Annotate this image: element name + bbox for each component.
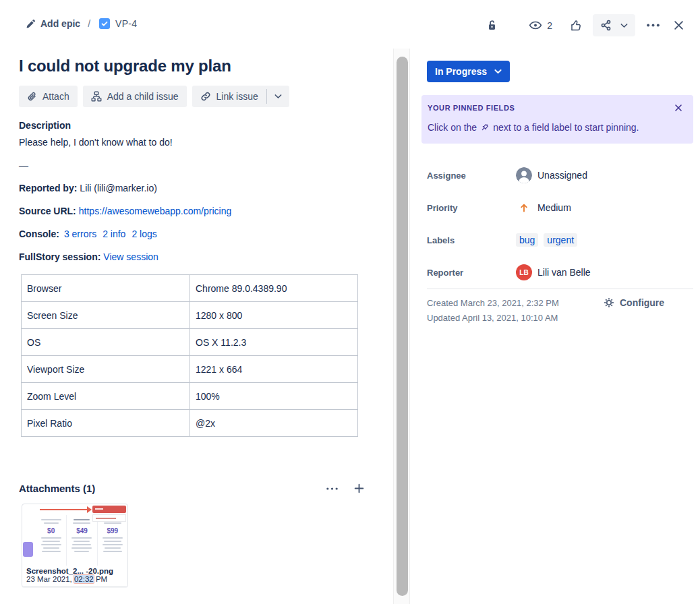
attachment-thumbnail[interactable]: $0 $49 $99 Screenshot_2... -20.png 23 Ma… (22, 504, 128, 587)
configure-button[interactable]: Configure (604, 297, 664, 308)
breadcrumb-separator: / (88, 18, 90, 29)
link-issue-button[interactable]: Link issue (192, 86, 266, 107)
reporter-value[interactable]: LB Lili van Belle (516, 264, 591, 280)
console-logs-link[interactable]: 2 logs (132, 229, 156, 239)
reported-by-value: Lili (lili@marker.io) (80, 183, 157, 193)
label-chip-bug[interactable]: bug (516, 233, 538, 247)
add-child-issue-label: Add a child issue (107, 91, 179, 102)
unassigned-avatar-icon (516, 167, 532, 183)
breadcrumb: Add epic / VP-4 (26, 18, 137, 29)
table-cell-key: OS (22, 329, 190, 356)
reporter-name: Lili van Belle (537, 267, 591, 278)
watchers-count: 2 (547, 20, 552, 31)
table-row: Zoom Level100% (22, 383, 358, 410)
scrollbar-track[interactable] (393, 49, 410, 604)
status-dropdown-button[interactable]: In Progress (427, 61, 510, 82)
source-url-link[interactable]: https://awesomewebapp.com/pricing (79, 206, 231, 216)
issue-fields: Assignee Unassigned Priority Medium Labe… (427, 159, 693, 289)
console-errors-link[interactable]: 3 errors (64, 229, 96, 239)
attachments-add-button[interactable] (351, 480, 368, 497)
more-actions-button[interactable] (643, 20, 663, 30)
source-url-line: Source URL:https://awesomewebapp.com/pri… (19, 206, 363, 217)
assignee-value[interactable]: Unassigned (516, 167, 587, 183)
pencil-icon (26, 19, 36, 29)
share-chevron-down-icon[interactable] (620, 23, 628, 28)
status-label: In Progress (435, 66, 487, 77)
fullstory-line: FullStory session:View session (19, 251, 363, 263)
configure-label: Configure (620, 297, 664, 308)
preview-dropdown (92, 514, 126, 522)
link-icon (200, 91, 211, 102)
description-section: Description Please help, I don't know wh… (19, 120, 363, 437)
created-timestamp: Created March 23, 2021, 2:32 PM (427, 296, 559, 311)
label-chip-urgent[interactable]: urgent (544, 233, 577, 247)
watchers-button[interactable]: 2 (526, 17, 555, 34)
table-cell-value: 100% (190, 383, 358, 410)
link-issue-label: Link issue (216, 91, 258, 102)
attachments-header: Attachments (1) (19, 480, 368, 497)
attachment-caption: Screenshot_2... -20.png 23 Mar 2021, 02:… (22, 566, 127, 586)
table-cell-value: 1280 x 800 (190, 302, 358, 329)
table-cell-key: Pixel Ratio (22, 410, 190, 437)
table-row: Viewport Size1221 x 664 (22, 356, 358, 383)
add-child-issue-button[interactable]: Add a child issue (83, 86, 187, 107)
description-separator: — (19, 160, 363, 171)
attachments-actions (323, 480, 368, 497)
thumbs-up-icon (570, 20, 582, 32)
share-button[interactable] (593, 14, 635, 36)
plus-icon (353, 483, 365, 494)
table-cell-key: Browser (22, 275, 190, 302)
table-cell-key: Viewport Size (22, 356, 190, 383)
ellipsis-icon (646, 23, 660, 28)
add-epic-label: Add epic (40, 18, 80, 29)
unlock-icon (486, 20, 498, 31)
pinned-fields-panel: YOUR PINNED FIELDS Click on the next to … (421, 95, 693, 144)
table-cell-value: 1221 x 664 (190, 356, 358, 383)
priority-value[interactable]: Medium (516, 202, 571, 213)
console-info-link[interactable]: 2 info (103, 229, 125, 239)
labels-value: bug urgent (516, 233, 577, 247)
pin-icon (480, 123, 490, 132)
attachments-more-button[interactable] (323, 484, 341, 493)
add-epic-button[interactable]: Add epic (26, 18, 80, 29)
restrictions-button[interactable] (484, 17, 500, 34)
fullstory-link[interactable]: View session (103, 251, 158, 262)
table-cell-value: OS X 11.2.3 (190, 329, 358, 356)
issue-title: I could not upgrade my plan (19, 57, 231, 76)
field-row-reporter: Reporter LB Lili van Belle (427, 256, 693, 289)
gear-icon (604, 297, 614, 308)
table-row: Pixel Ratio@2x (22, 410, 358, 437)
preview-price: $49 (76, 527, 88, 535)
reporter-avatar: LB (516, 264, 532, 280)
link-issue-chevron-button[interactable] (267, 86, 289, 107)
scrollbar-thumb[interactable] (397, 57, 408, 596)
issue-meta: Created March 23, 2021, 2:32 PM Updated … (427, 296, 559, 326)
pinned-fields-close-button[interactable] (674, 104, 682, 112)
like-button[interactable] (567, 17, 585, 34)
labels-label: Labels (427, 235, 516, 245)
attach-button[interactable]: Attach (19, 86, 78, 107)
table-cell-key: Screen Size (22, 302, 190, 329)
attachment-time-highlight: 02:32 (74, 575, 94, 583)
attachment-file-date: 23 Mar 2021, 02:32 PM (26, 575, 123, 583)
ellipsis-icon (326, 487, 339, 491)
preview-arrow (40, 509, 88, 510)
reported-by-line: Reported by:Lili (lili@marker.io) (19, 183, 363, 194)
console-line: Console:3 errors2 info2 logs (19, 229, 363, 240)
table-row: OSOS X 11.2.3 (22, 329, 358, 356)
pinned-fields-heading: YOUR PINNED FIELDS (428, 104, 515, 112)
eye-icon (529, 20, 542, 31)
updated-timestamp: Updated April 13, 2021, 10:10 AM (427, 311, 559, 326)
reported-by-label: Reported by: (19, 183, 77, 193)
link-issue-split-button: Link issue (192, 86, 289, 107)
environment-table: BrowserChrome 89.0.4389.90 Screen Size12… (21, 274, 358, 437)
close-button[interactable] (671, 18, 687, 33)
priority-medium-icon (516, 202, 532, 213)
priority-label: Priority (427, 203, 516, 213)
table-row: Screen Size1280 x 800 (22, 302, 358, 329)
issue-toolbar: Attach Add a child issue Link issue (19, 86, 289, 107)
description-body: Please help, I don't know what to do! (19, 137, 363, 148)
paperclip-icon (27, 92, 37, 102)
issue-key-link[interactable]: VP-4 (99, 18, 137, 29)
preview-error-toast (92, 506, 126, 513)
